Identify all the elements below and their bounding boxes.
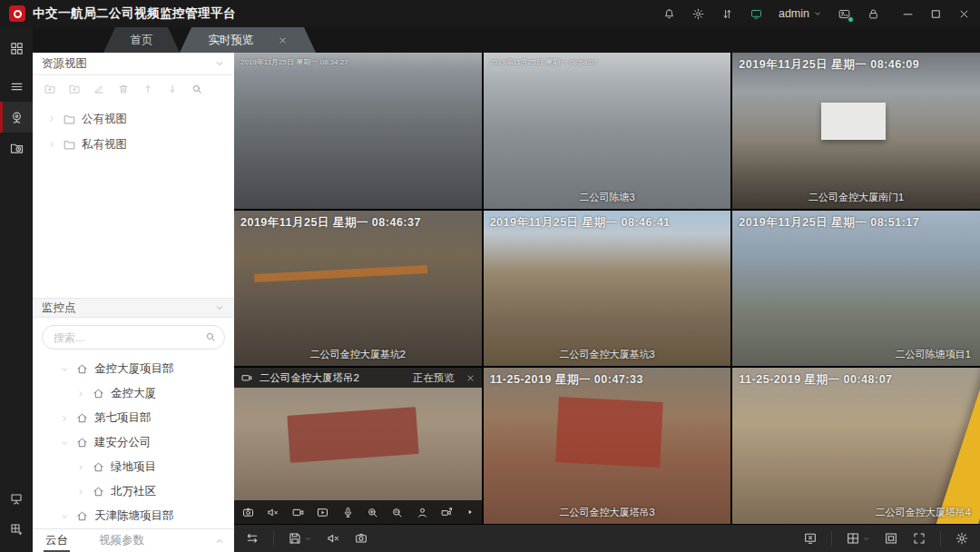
sidebar-bottom-tabs: 云台 视频参数	[33, 528, 234, 552]
video-cell-6[interactable]: 2019年11月25日 星期一 08:51:17 二公司陈塘项目1	[732, 211, 980, 367]
home-icon	[75, 509, 89, 523]
search-input[interactable]	[42, 325, 225, 350]
sidebar: 资源视图 公有视图 私有视图 监控点	[33, 53, 234, 552]
save-view-button[interactable]	[288, 531, 312, 546]
save-icon	[288, 531, 302, 546]
chevron-right-icon	[60, 414, 69, 423]
timestamp-overlay: 2019年11月25日 星期一 08:51:17	[739, 215, 919, 231]
tree-item-project[interactable]: 建安分公司	[33, 430, 234, 455]
timestamp-overlay: 2019年11月25日 星期一 08:46:09	[739, 57, 919, 73]
notification-bell-icon[interactable]	[662, 7, 676, 21]
apps-grid-icon[interactable]	[0, 33, 33, 64]
divider	[940, 531, 941, 546]
timestamp-overlay: 11-25-2019 星期一 00:48:07	[739, 372, 892, 388]
tree-item-label: 天津陈塘项目部	[94, 508, 174, 524]
video-cell-8[interactable]: 11-25-2019 星期一 00:47:33 二公司金控大厦塔吊3	[484, 368, 731, 524]
ptz-control-icon[interactable]	[440, 506, 454, 519]
chevron-right-icon	[47, 114, 56, 123]
tab-close-icon[interactable]	[278, 35, 288, 45]
add-view-icon[interactable]	[68, 83, 81, 95]
resource-toolbar	[33, 75, 234, 103]
tab-live-preview[interactable]: 实时预览	[180, 27, 316, 53]
tree-item-site[interactable]: 金控大厦	[33, 381, 234, 406]
delete-icon[interactable]	[117, 83, 130, 95]
cell-toolbar	[234, 500, 482, 524]
tab-video-params[interactable]: 视频参数	[95, 529, 148, 552]
tab-home[interactable]: 首页	[103, 27, 180, 53]
person-locate-icon[interactable]	[416, 506, 429, 519]
chevron-down-icon	[862, 535, 870, 543]
move-down-icon[interactable]	[166, 83, 179, 95]
folder-icon	[63, 113, 76, 126]
fullscreen-icon[interactable]	[912, 531, 926, 546]
record-icon[interactable]	[291, 506, 305, 519]
video-frame	[484, 211, 731, 367]
zoom-in-icon[interactable]	[366, 506, 379, 519]
close-stream-icon[interactable]	[466, 373, 475, 383]
tree-item-project[interactable]: 金控大厦项目部	[33, 357, 234, 381]
user-menu[interactable]: admin	[779, 7, 822, 20]
edit-icon[interactable]	[93, 83, 105, 95]
video-cell-5[interactable]: 2019年11月25日 星期一 08:46:41 二公司金控大厦基坑3	[484, 211, 731, 367]
minimize-button[interactable]	[901, 7, 915, 21]
logo-lens	[14, 10, 22, 18]
instant-playback-icon[interactable]	[316, 506, 329, 519]
move-up-icon[interactable]	[142, 83, 154, 95]
digital-zoom-3d-icon[interactable]	[390, 506, 404, 519]
monitor-points-title: 监控点	[42, 301, 76, 316]
tree-item-site[interactable]: 绿地项目	[33, 455, 234, 479]
tab-home-label: 首页	[131, 33, 153, 48]
tab-ptz[interactable]: 云台	[42, 529, 72, 552]
collapse-chevron-up-icon[interactable]	[214, 536, 225, 547]
grid-settings-gear-icon[interactable]	[955, 531, 969, 546]
capture-status-icon[interactable]	[838, 7, 851, 21]
video-cell-1[interactable]: 2019年11月25日 星期一 08:34:27	[234, 53, 482, 209]
settings-gear-icon[interactable]	[691, 7, 705, 21]
divider	[831, 531, 832, 546]
app-logo-icon	[9, 5, 25, 22]
layout-add-icon[interactable]	[0, 514, 33, 545]
single-screen-icon[interactable]	[884, 531, 898, 546]
live-preview-webcam-icon[interactable]	[0, 102, 33, 133]
close-all-streams-icon[interactable]	[803, 531, 818, 546]
tree-item-site[interactable]: 北万社区	[33, 479, 234, 504]
search-icon[interactable]	[204, 330, 217, 343]
mute-all-icon[interactable]	[326, 531, 340, 546]
video-wall-icon[interactable]	[0, 483, 33, 514]
video-cell-4[interactable]: 2019年11月25日 星期一 08:46:37 二公司金控大厦基坑2	[234, 211, 482, 367]
tree-item-project[interactable]: 第七项目部	[33, 406, 234, 430]
resource-view-header[interactable]: 资源视图	[33, 53, 234, 75]
snapshot-all-icon[interactable]	[354, 531, 368, 546]
monitor-points-header[interactable]: 监控点	[33, 298, 234, 318]
tree-item-project[interactable]: 天津陈塘项目部	[33, 504, 234, 528]
video-frame	[732, 211, 980, 367]
app-title: 中交一航局二公司视频监控管理平台	[33, 5, 236, 22]
video-cell-9[interactable]: 11-25-2019 星期一 00:48:07 二公司金控大厦塔吊4	[732, 368, 980, 524]
playback-folder-icon[interactable]	[0, 133, 33, 163]
stream-transfer-icon[interactable]	[720, 7, 734, 21]
close-button[interactable]	[957, 7, 971, 21]
stream-switch-icon[interactable]	[245, 531, 260, 546]
chevron-down-icon	[60, 439, 69, 448]
tree-item-private-views[interactable]: 私有视图	[33, 132, 234, 157]
search-icon[interactable]	[191, 83, 203, 95]
home-icon	[75, 436, 89, 449]
video-cell-3[interactable]: 2019年11月25日 星期一 08:46:09 二公司金控大厦南门1	[732, 53, 980, 209]
more-tools-arrow-icon[interactable]	[466, 508, 475, 517]
mic-icon[interactable]	[341, 506, 355, 519]
window-controls	[901, 7, 971, 21]
maximize-button[interactable]	[929, 7, 943, 21]
online-status-dot	[848, 16, 854, 23]
mute-icon[interactable]	[266, 506, 279, 519]
snapshot-icon[interactable]	[241, 506, 255, 519]
lock-icon[interactable]	[867, 7, 880, 21]
video-cell-7-selected[interactable]: 二公司金控大厦塔吊2 正在预览	[234, 368, 482, 524]
monitor-online-icon[interactable]	[750, 7, 763, 21]
device-list-icon[interactable]	[0, 71, 33, 102]
tree-item-public-views[interactable]: 公有视图	[33, 106, 234, 132]
cell-title-bar: 二公司金控大厦塔吊2 正在预览	[234, 368, 482, 388]
video-cell-2[interactable]: 2019年11月25日 星期一 08:58:07 二公司陈塘3	[484, 53, 731, 209]
layout-select-button[interactable]	[846, 531, 870, 546]
add-folder-icon[interactable]	[44, 83, 56, 95]
chevron-right-icon	[76, 488, 85, 497]
